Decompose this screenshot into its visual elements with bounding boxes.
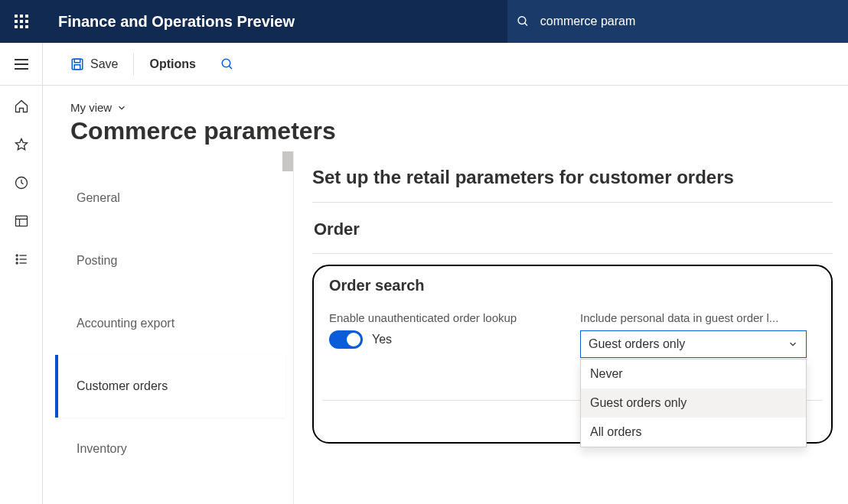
chevron-down-icon bbox=[788, 339, 798, 350]
scrollbar-thumb[interactable] bbox=[282, 151, 293, 171]
toggle-enable-lookup[interactable]: Yes bbox=[329, 330, 543, 349]
modules-icon[interactable] bbox=[13, 251, 30, 268]
options-label: Options bbox=[149, 57, 195, 71]
toggle-switch[interactable] bbox=[329, 330, 363, 349]
waffle-button[interactable] bbox=[0, 0, 43, 43]
subnav-label: Inventory bbox=[77, 442, 127, 456]
subnav-posting[interactable]: Posting bbox=[55, 229, 285, 292]
find-button[interactable] bbox=[208, 43, 246, 86]
select-value: Guest orders only bbox=[589, 337, 685, 351]
subnav-label: Posting bbox=[77, 254, 117, 268]
star-icon[interactable] bbox=[13, 136, 30, 153]
field-label: Enable unauthenticated order lookup bbox=[329, 311, 543, 324]
toggle-value: Yes bbox=[372, 333, 392, 346]
field-include-personal-data: Include personal data in guest order l..… bbox=[580, 311, 816, 358]
dropdown-include-personal-data: Never Guest orders only All orders bbox=[580, 359, 807, 447]
field-row: Enable unauthenticated order lookup Yes … bbox=[329, 311, 816, 358]
main-title: Set up the retail parameters for custome… bbox=[312, 167, 833, 188]
view-selector[interactable]: My view bbox=[70, 101, 127, 114]
svg-point-11 bbox=[16, 255, 18, 256]
option-label: All orders bbox=[590, 425, 642, 438]
search-icon bbox=[220, 57, 234, 71]
page-body: General Posting Accounting export Custom… bbox=[43, 151, 848, 504]
save-button[interactable]: Save bbox=[58, 43, 130, 86]
option-label: Guest orders only bbox=[590, 396, 687, 409]
page-title: Commerce parameters bbox=[70, 117, 848, 145]
svg-line-1 bbox=[524, 23, 527, 25]
divider bbox=[312, 202, 833, 203]
svg-point-0 bbox=[518, 17, 526, 24]
option-label: Never bbox=[590, 367, 623, 380]
recent-icon[interactable] bbox=[13, 174, 30, 191]
svg-rect-4 bbox=[74, 64, 80, 69]
save-icon bbox=[70, 57, 84, 71]
command-bar: Save Options bbox=[0, 43, 848, 86]
app-title: Finance and Operations Preview bbox=[43, 13, 295, 31]
sub-nav: General Posting Accounting export Custom… bbox=[43, 151, 294, 504]
select-include-personal-data[interactable]: Guest orders only bbox=[580, 330, 807, 358]
subnav-general[interactable]: General bbox=[55, 167, 285, 229]
svg-point-15 bbox=[16, 262, 18, 264]
dropdown-option-never[interactable]: Never bbox=[581, 359, 806, 389]
svg-rect-8 bbox=[15, 216, 27, 226]
subnav-label: Customer orders bbox=[77, 379, 168, 393]
content: My view Commerce parameters General Post… bbox=[43, 86, 848, 504]
subnav-inventory[interactable]: Inventory bbox=[55, 418, 285, 480]
svg-rect-3 bbox=[74, 59, 80, 63]
svg-point-13 bbox=[16, 259, 18, 260]
svg-line-6 bbox=[229, 66, 232, 69]
command-divider bbox=[133, 54, 134, 75]
command-items: Save Options bbox=[43, 43, 246, 85]
search-input[interactable] bbox=[539, 14, 836, 29]
subnav-label: Accounting export bbox=[77, 317, 174, 330]
left-rail bbox=[0, 86, 43, 504]
subnav-scrollbar[interactable] bbox=[282, 151, 293, 504]
options-button[interactable]: Options bbox=[137, 43, 207, 86]
save-label: Save bbox=[90, 57, 118, 71]
subnav-label: General bbox=[77, 191, 120, 205]
toggle-knob bbox=[347, 333, 360, 346]
hamburger-icon bbox=[15, 63, 28, 65]
field-label: Include personal data in guest order l..… bbox=[580, 311, 816, 324]
top-bar: Finance and Operations Preview bbox=[0, 0, 848, 43]
workspaces-icon[interactable] bbox=[13, 213, 30, 229]
chevron-down-icon bbox=[116, 102, 127, 113]
field-enable-lookup: Enable unauthenticated order lookup Yes bbox=[329, 311, 543, 358]
search-area[interactable] bbox=[507, 0, 848, 43]
subnav-customer-orders[interactable]: Customer orders bbox=[55, 355, 285, 418]
order-search-card: Order search Enable unauthenticated orde… bbox=[312, 265, 833, 444]
waffle-icon bbox=[15, 15, 28, 28]
subnav-accounting-export[interactable]: Accounting export bbox=[55, 292, 285, 355]
view-label: My view bbox=[70, 101, 112, 114]
dropdown-option-all[interactable]: All orders bbox=[581, 418, 806, 447]
card-heading: Order search bbox=[329, 277, 816, 294]
svg-point-5 bbox=[222, 59, 230, 67]
search-icon bbox=[517, 15, 530, 28]
section-heading: Order bbox=[314, 219, 833, 239]
page-header: My view Commerce parameters bbox=[43, 86, 848, 151]
menu-toggle-button[interactable] bbox=[0, 43, 43, 85]
main-panel: Set up the retail parameters for custome… bbox=[294, 151, 848, 504]
home-icon[interactable] bbox=[13, 98, 30, 115]
body: My view Commerce parameters General Post… bbox=[0, 86, 848, 504]
dropdown-option-guest-only[interactable]: Guest orders only bbox=[581, 389, 806, 418]
